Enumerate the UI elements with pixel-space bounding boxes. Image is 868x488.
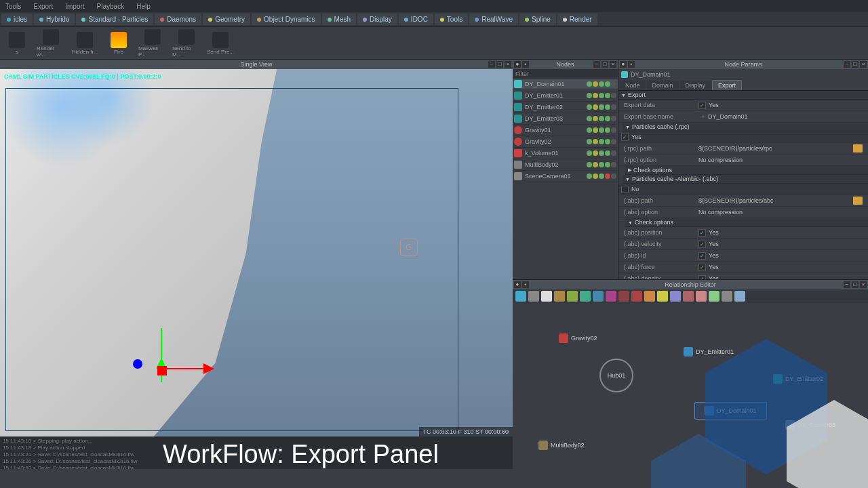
rel-tool-11[interactable] (657, 291, 668, 302)
check-abc-force[interactable]: ✓ (698, 264, 706, 271)
tool-s[interactable]: s (3, 29, 31, 58)
menu-import[interactable]: Import (65, 3, 84, 10)
select-rpc-option[interactable]: No compression (698, 157, 863, 163)
input-abc-path[interactable]: $(SCENEDIR)/particles/abc (698, 197, 853, 204)
menu-export[interactable]: Export (33, 3, 53, 10)
tool-fire[interactable]: Fire (104, 29, 133, 58)
section-rpc[interactable]: Particles cache (.rpc) (623, 123, 868, 131)
node-row-dy_emitter01[interactable]: DY_Emitter01 (513, 90, 618, 102)
node-row-multibody02[interactable]: MultiBody02 (513, 159, 618, 171)
rel-tool-13[interactable] (683, 291, 694, 302)
node-row-gravity01[interactable]: Gravity01 (513, 125, 618, 136)
node-row-dy_emitter03[interactable]: DY_Emitter03 (513, 113, 618, 125)
gravity-daemon-icon[interactable]: G (400, 239, 418, 256)
shelf-tab-hybrido[interactable]: Hybrido (34, 14, 75, 25)
rel-tool-12[interactable] (670, 291, 681, 302)
tab-domain[interactable]: Domain (647, 81, 679, 90)
shelf-tab-daemons[interactable]: Daemons (155, 14, 201, 25)
rel-tool-14[interactable] (696, 291, 707, 302)
rel-tool-3[interactable] (554, 291, 565, 302)
tool-maxwellp[interactable]: Maxwell P... (138, 29, 167, 58)
nodes-min-icon[interactable]: − (593, 61, 600, 68)
rel-pin-icon[interactable]: ● (514, 281, 521, 288)
check-rpc[interactable]: ✓ (621, 134, 629, 141)
params-opt-icon[interactable]: ▪ (628, 61, 635, 68)
nodes-close-icon[interactable]: × (610, 61, 616, 68)
node-row-dy_domain01[interactable]: DY_Domain01 (513, 79, 618, 90)
section-export[interactable]: Export (618, 91, 868, 100)
params-max-icon[interactable]: □ (852, 61, 859, 68)
shelf-tab-mesh[interactable]: Mesh (322, 14, 356, 25)
viewport-min-icon[interactable]: − (488, 61, 495, 68)
shelf-tab-render[interactable]: Render (557, 14, 597, 25)
rel-tool-10[interactable] (644, 291, 655, 302)
node-row-scenecamera01[interactable]: SceneCamera01 (513, 171, 618, 182)
nodes-pin-icon[interactable]: ● (514, 61, 521, 68)
rel-node-dy_emitter03[interactable]: DY_Emitter03 (780, 418, 841, 432)
rel-max-icon[interactable]: □ (852, 281, 859, 288)
gizmo-x-axis[interactable] (203, 363, 214, 374)
viewport-close-icon[interactable]: × (505, 61, 511, 68)
check-abc-velocity[interactable]: ✓ (698, 241, 706, 248)
menu-tools[interactable]: Tools (5, 3, 21, 10)
input-base-name[interactable]: DY_Domain01 (708, 113, 863, 120)
rel-node-dy_domain01[interactable]: DY_Domain01 (694, 402, 767, 420)
params-min-icon[interactable]: − (844, 61, 850, 68)
tool-hiddenfr[interactable]: Hidden fr... (71, 29, 99, 58)
shelf-tab-realwave[interactable]: RealWave (469, 14, 518, 25)
check-export-data[interactable]: ✓ (698, 102, 706, 109)
shelf-tab-objectdynamics[interactable]: Object Dynamics (252, 14, 321, 25)
shelf-tab-tools[interactable]: Tools (435, 14, 468, 25)
tool-sendpre[interactable]: Send Pre... (206, 29, 235, 58)
gizmo-center[interactable] (157, 366, 167, 375)
browse-rpc-icon[interactable] (853, 144, 863, 152)
rel-node-dy_emitter02[interactable]: DY_Emitter02 (768, 372, 829, 386)
nodes-opt-icon[interactable]: ▪ (522, 61, 529, 68)
rel-tool-6[interactable] (593, 291, 604, 302)
rel-min-icon[interactable]: − (844, 281, 850, 288)
rel-node-gravity02[interactable]: Gravity02 (553, 331, 603, 345)
section-abc-check[interactable]: Check options (625, 218, 868, 227)
rel-opt-icon[interactable]: ▪ (522, 281, 529, 288)
node-row-k_volume01[interactable]: k_Volume01 (513, 148, 618, 159)
rel-tool-8[interactable] (618, 291, 629, 302)
params-pin-icon[interactable]: ● (620, 61, 627, 68)
section-abc[interactable]: Particles cache -Alembic- (.abc) (623, 175, 868, 184)
menu-help[interactable]: Help (136, 3, 151, 10)
check-abc-id[interactable]: ✓ (698, 252, 706, 260)
tab-node[interactable]: Node (620, 81, 646, 90)
tab-export[interactable]: Export (712, 80, 742, 90)
shelf-tab-geometry[interactable]: Geometry (203, 14, 250, 25)
rel-node-dy_emitter01[interactable]: DY_Emitter01 (678, 345, 739, 359)
rel-tool-7[interactable] (606, 291, 616, 302)
menu-playback[interactable]: Playback (97, 3, 125, 10)
viewport-max-icon[interactable]: □ (496, 61, 503, 68)
nodes-filter-input[interactable]: Filter (513, 69, 618, 79)
rel-tool-17[interactable] (734, 291, 745, 302)
rel-tool-4[interactable] (567, 291, 578, 302)
node-row-dy_emitter02[interactable]: DY_Emitter02 (513, 102, 618, 113)
rel-close-icon[interactable]: × (860, 281, 867, 288)
shelf-tab-spline[interactable]: Spline (519, 14, 556, 25)
section-rpc-check[interactable]: Check options (625, 166, 868, 175)
tool-sendtom[interactable]: Send to M... (172, 29, 201, 58)
shelf-tab-standardparticles[interactable]: Standard - Particles (76, 14, 153, 25)
rel-tool-2[interactable] (541, 291, 552, 302)
viewport-3d[interactable]: CAM1 SIM PARTICLES CVS:0081 FQ:0 | POST:… (0, 69, 513, 436)
check-abc-position[interactable]: ✓ (698, 229, 706, 237)
tool-renderwi[interactable]: Render wi... (37, 29, 65, 58)
input-rpc-path[interactable]: $(SCENEDIR)/particles/rpc (698, 145, 853, 152)
rel-tool-16[interactable] (722, 291, 732, 302)
shelf-tab-display[interactable]: Display (357, 14, 397, 25)
rel-tool-0[interactable] (515, 291, 526, 302)
rel-tool-15[interactable] (709, 291, 719, 302)
rel-tool-5[interactable] (580, 291, 591, 302)
rel-canvas[interactable]: Hub01 Gravity02DY_Emitter01DY_Emitter02D… (513, 303, 868, 469)
select-abc-option[interactable]: No compression (698, 209, 863, 216)
tab-display[interactable]: Display (680, 81, 711, 90)
check-abc[interactable] (621, 186, 629, 193)
transform-gizmo[interactable] (136, 301, 217, 382)
rel-node-multibody02[interactable]: MultiBody02 (533, 439, 590, 452)
node-row-gravity02[interactable]: Gravity02 (513, 136, 618, 148)
shelf-tab-icles[interactable]: icles (1, 14, 33, 25)
